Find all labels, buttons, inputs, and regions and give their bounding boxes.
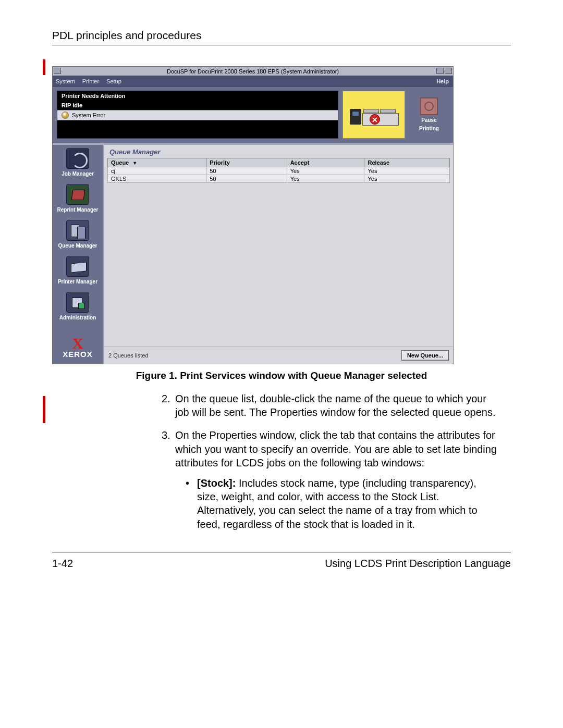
queue-manager-icon: [66, 220, 89, 241]
content-footer: 2 Queues listed New Queue...: [104, 347, 453, 364]
sidebar-item-label: Printer Manager: [58, 279, 97, 285]
minimize-icon[interactable]: [436, 68, 444, 74]
xerox-logo: X XEROX: [63, 337, 93, 364]
sidebar-item-printer-manager[interactable]: Printer Manager: [58, 256, 97, 285]
queue-count: 2 Queues listed: [108, 352, 148, 359]
queue-table: Queue ▼ Priority Accept Release: [107, 158, 450, 183]
bullet-stock: [Stock]: Includes stock name, type (incl…: [186, 476, 500, 532]
bullet-text: Includes stock name, type (including tra…: [197, 477, 478, 530]
menu-system[interactable]: System: [56, 78, 75, 84]
reprint-manager-icon: [66, 184, 89, 205]
figure-caption: Figure 1. Print Services window with Que…: [52, 369, 511, 382]
step-number: 2.: [162, 392, 170, 405]
table-row[interactable]: GKLS 50 Yes Yes: [108, 175, 450, 183]
col-queue[interactable]: Queue ▼: [108, 158, 206, 167]
menu-help[interactable]: Help: [436, 78, 449, 84]
status-empty: [57, 120, 338, 136]
cell-priority: 50: [206, 167, 287, 175]
step-text: On the queue list, double-click the name…: [175, 393, 495, 418]
header-rule: [52, 45, 511, 45]
step-3: 3. On the Properties window, click the t…: [162, 428, 500, 531]
printer-manager-icon: [66, 256, 89, 277]
bullet-label: [Stock]:: [197, 477, 236, 489]
new-queue-button[interactable]: New Queue...: [401, 350, 449, 361]
col-accept[interactable]: Accept: [287, 158, 364, 167]
status-error-text: System Error: [72, 112, 105, 118]
job-manager-icon: [66, 148, 89, 169]
cell-priority: 50: [206, 175, 287, 183]
cell-queue: GKLS: [108, 175, 206, 183]
window-titlebar: DocuSP for DocuPrint 2000 Series 180 EPS…: [53, 67, 453, 76]
pause-panel: Pause Printing: [409, 91, 449, 139]
step-number: 3.: [162, 428, 170, 442]
menubar: System Printer Setup Help: [53, 76, 453, 87]
sidebar-item-administration[interactable]: Administration: [59, 292, 96, 320]
printer-icon: ✕: [348, 102, 400, 128]
pause-label2: Printing: [419, 126, 439, 132]
stop-icon: [424, 102, 434, 111]
step-2: 2. On the queue list, double-click the n…: [162, 392, 500, 419]
footer-rule: [52, 552, 511, 552]
col-priority[interactable]: Priority: [206, 158, 287, 167]
pause-button[interactable]: [420, 97, 438, 115]
status-error-row[interactable]: System Error: [57, 110, 338, 120]
menu-printer[interactable]: Printer: [82, 78, 99, 84]
menu-setup[interactable]: Setup: [106, 78, 121, 84]
table-row[interactable]: cj 50 Yes Yes: [108, 167, 450, 175]
sidebar-item-reprint-manager[interactable]: Reprint Manager: [57, 184, 99, 213]
body-text: 2. On the queue list, double-click the n…: [162, 392, 500, 532]
status-line-attention: Printer Needs Attention: [57, 91, 338, 101]
window-title: DocuSP for DocuPrint 2000 Series 180 EPS…: [167, 68, 339, 75]
step-text: On the Properties window, click the tab …: [175, 429, 497, 468]
revision-bar: [43, 396, 45, 423]
content-title: Queue Manager: [104, 145, 453, 158]
footer-right: Using LCDS Print Description Language: [325, 558, 511, 570]
sidebar: Job Manager Reprint Manager Queue Manage…: [53, 145, 103, 364]
cell-accept: Yes: [287, 167, 364, 175]
page-footer: 1-42 Using LCDS Print Description Langua…: [52, 552, 511, 570]
administration-icon: [66, 292, 89, 313]
col-queue-label: Queue: [111, 159, 129, 166]
content-pane: Queue Manager Queue ▼ Priority: [103, 145, 453, 364]
cell-queue: cj: [108, 167, 206, 175]
sort-desc-icon: ▼: [132, 161, 137, 166]
sidebar-item-job-manager[interactable]: Job Manager: [62, 148, 94, 177]
page-header: PDL principles and procedures: [52, 29, 511, 42]
page-number: 1-42: [52, 558, 73, 570]
printer-mimic-panel[interactable]: ✕: [342, 91, 405, 139]
sidebar-item-label: Queue Manager: [58, 243, 97, 249]
xerox-x-icon: X: [63, 337, 93, 350]
docusp-window: DocuSP for DocuPrint 2000 Series 180 EPS…: [52, 66, 454, 364]
sidebar-item-label: Reprint Manager: [57, 207, 99, 213]
cell-accept: Yes: [287, 175, 364, 183]
cell-release: Yes: [364, 175, 450, 183]
sidebar-item-queue-manager[interactable]: Queue Manager: [58, 220, 97, 249]
pause-label1: Pause: [421, 117, 436, 124]
printer-error-icon: ✕: [370, 114, 380, 125]
figure-screenshot: DocuSP for DocuPrint 2000 Series 180 EPS…: [52, 66, 511, 364]
window-menu-icon[interactable]: [54, 68, 61, 74]
sidebar-item-label: Administration: [59, 315, 96, 320]
status-line-rip: RIP Idle: [57, 101, 338, 110]
table-header-row: Queue ▼ Priority Accept Release: [108, 158, 450, 167]
cell-release: Yes: [364, 167, 450, 175]
status-panel: Printer Needs Attention RIP Idle System …: [57, 91, 338, 139]
maximize-icon[interactable]: [445, 68, 452, 74]
col-release[interactable]: Release: [364, 158, 450, 167]
revision-bar: [43, 59, 45, 75]
xerox-wordmark: XEROX: [63, 350, 93, 359]
sidebar-item-label: Job Manager: [62, 171, 94, 177]
warning-icon: [62, 112, 69, 119]
status-area: Printer Needs Attention RIP Idle System …: [53, 87, 453, 145]
